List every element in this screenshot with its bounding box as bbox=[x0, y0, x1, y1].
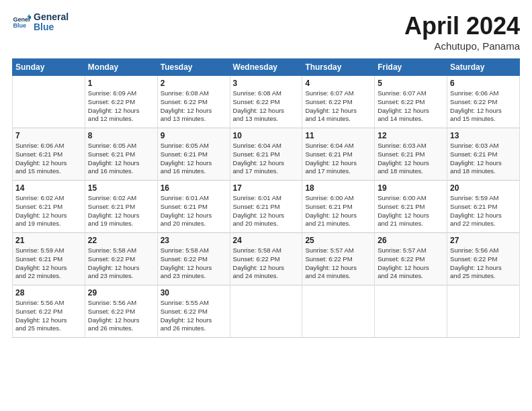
calendar-cell: 28Sunrise: 5:56 AMSunset: 6:22 PMDayligh… bbox=[13, 285, 85, 338]
day-info: Sunrise: 6:04 AMSunset: 6:21 PMDaylight:… bbox=[305, 142, 371, 176]
title-block: April 2024 Achutupo, Panama bbox=[404, 12, 520, 52]
day-number: 1 bbox=[88, 79, 154, 88]
calendar-cell: 16Sunrise: 6:01 AMSunset: 6:21 PMDayligh… bbox=[157, 181, 230, 233]
day-header-thursday: Thursday bbox=[302, 59, 375, 76]
day-info: Sunrise: 5:58 AMSunset: 6:22 PMDaylight:… bbox=[88, 246, 154, 281]
day-header-monday: Monday bbox=[85, 59, 157, 76]
day-info: Sunrise: 5:57 AMSunset: 6:22 PMDaylight:… bbox=[378, 246, 444, 281]
logo-blue: Blue bbox=[34, 22, 69, 32]
calendar-cell: 25Sunrise: 5:57 AMSunset: 6:22 PMDayligh… bbox=[302, 233, 375, 285]
day-info: Sunrise: 6:02 AMSunset: 6:21 PMDaylight:… bbox=[88, 194, 154, 228]
day-info: Sunrise: 6:02 AMSunset: 6:21 PMDaylight:… bbox=[15, 194, 82, 228]
day-header-friday: Friday bbox=[375, 59, 447, 76]
calendar-cell: 23Sunrise: 5:58 AMSunset: 6:22 PMDayligh… bbox=[157, 233, 230, 285]
month-title: April 2024 bbox=[404, 12, 520, 40]
calendar-cell bbox=[13, 76, 85, 128]
day-info: Sunrise: 5:58 AMSunset: 6:22 PMDaylight:… bbox=[161, 246, 227, 281]
day-number: 16 bbox=[161, 183, 227, 193]
day-info: Sunrise: 6:01 AMSunset: 6:21 PMDaylight:… bbox=[161, 194, 227, 228]
day-number: 5 bbox=[378, 79, 444, 88]
calendar-cell: 10Sunrise: 6:04 AMSunset: 6:21 PMDayligh… bbox=[230, 128, 302, 181]
calendar-cell: 9Sunrise: 6:05 AMSunset: 6:21 PMDaylight… bbox=[157, 128, 230, 181]
calendar-cell: 24Sunrise: 5:58 AMSunset: 6:22 PMDayligh… bbox=[230, 233, 302, 285]
day-number: 26 bbox=[378, 236, 444, 245]
calendar-cell: 30Sunrise: 5:55 AMSunset: 6:22 PMDayligh… bbox=[157, 285, 230, 338]
day-info: Sunrise: 6:08 AMSunset: 6:22 PMDaylight:… bbox=[161, 89, 227, 124]
day-info: Sunrise: 6:07 AMSunset: 6:22 PMDaylight:… bbox=[305, 89, 371, 124]
day-number: 21 bbox=[15, 236, 82, 245]
day-info: Sunrise: 6:06 AMSunset: 6:22 PMDaylight:… bbox=[450, 89, 517, 124]
calendar-cell: 8Sunrise: 6:05 AMSunset: 6:21 PMDaylight… bbox=[85, 128, 157, 181]
calendar-cell: 21Sunrise: 5:59 AMSunset: 6:21 PMDayligh… bbox=[13, 233, 85, 285]
calendar-cell: 13Sunrise: 6:03 AMSunset: 6:21 PMDayligh… bbox=[447, 128, 520, 181]
day-header-tuesday: Tuesday bbox=[157, 59, 230, 76]
day-number: 23 bbox=[161, 236, 227, 245]
day-number: 20 bbox=[450, 183, 517, 193]
page: General Blue General Blue April 2024 Ach… bbox=[0, 0, 532, 411]
calendar-week-1: 1Sunrise: 6:09 AMSunset: 6:22 PMDaylight… bbox=[13, 76, 520, 128]
day-info: Sunrise: 6:05 AMSunset: 6:21 PMDaylight:… bbox=[88, 142, 154, 176]
day-info: Sunrise: 5:55 AMSunset: 6:22 PMDaylight:… bbox=[161, 299, 227, 333]
day-info: Sunrise: 6:05 AMSunset: 6:21 PMDaylight:… bbox=[161, 142, 227, 176]
calendar-cell bbox=[375, 285, 447, 338]
day-info: Sunrise: 5:59 AMSunset: 6:21 PMDaylight:… bbox=[15, 246, 82, 281]
day-number: 30 bbox=[161, 288, 227, 298]
day-info: Sunrise: 5:59 AMSunset: 6:21 PMDaylight:… bbox=[450, 194, 517, 228]
calendar-cell: 11Sunrise: 6:04 AMSunset: 6:21 PMDayligh… bbox=[302, 128, 375, 181]
day-info: Sunrise: 5:58 AMSunset: 6:22 PMDaylight:… bbox=[233, 246, 300, 281]
calendar-cell: 19Sunrise: 6:00 AMSunset: 6:21 PMDayligh… bbox=[375, 181, 447, 233]
day-info: Sunrise: 6:08 AMSunset: 6:22 PMDaylight:… bbox=[233, 89, 300, 124]
calendar-cell: 18Sunrise: 6:00 AMSunset: 6:21 PMDayligh… bbox=[302, 181, 375, 233]
calendar-cell: 2Sunrise: 6:08 AMSunset: 6:22 PMDaylight… bbox=[157, 76, 230, 128]
calendar-cell bbox=[447, 285, 520, 338]
day-number: 9 bbox=[161, 131, 227, 140]
calendar-cell bbox=[230, 285, 302, 338]
calendar-table: SundayMondayTuesdayWednesdayThursdayFrid… bbox=[12, 58, 520, 338]
calendar-cell: 7Sunrise: 6:06 AMSunset: 6:21 PMDaylight… bbox=[13, 128, 85, 181]
calendar-cell: 12Sunrise: 6:03 AMSunset: 6:21 PMDayligh… bbox=[375, 128, 447, 181]
day-number: 28 bbox=[15, 288, 82, 298]
day-number: 4 bbox=[305, 79, 371, 88]
day-number: 18 bbox=[305, 183, 371, 193]
day-number: 17 bbox=[233, 183, 300, 193]
day-number: 2 bbox=[161, 79, 227, 88]
day-header-wednesday: Wednesday bbox=[230, 59, 302, 76]
day-info: Sunrise: 5:56 AMSunset: 6:22 PMDaylight:… bbox=[450, 246, 517, 281]
day-number: 12 bbox=[378, 131, 444, 140]
calendar-cell: 26Sunrise: 5:57 AMSunset: 6:22 PMDayligh… bbox=[375, 233, 447, 285]
calendar-cell: 15Sunrise: 6:02 AMSunset: 6:21 PMDayligh… bbox=[85, 181, 157, 233]
day-number: 19 bbox=[378, 183, 444, 193]
header-row: SundayMondayTuesdayWednesdayThursdayFrid… bbox=[13, 59, 520, 76]
day-number: 8 bbox=[88, 131, 154, 140]
calendar-cell: 3Sunrise: 6:08 AMSunset: 6:22 PMDaylight… bbox=[230, 76, 302, 128]
day-number: 10 bbox=[233, 131, 300, 140]
location-subtitle: Achutupo, Panama bbox=[404, 40, 520, 52]
day-info: Sunrise: 6:06 AMSunset: 6:21 PMDaylight:… bbox=[15, 142, 82, 176]
day-number: 11 bbox=[305, 131, 371, 140]
calendar-cell: 27Sunrise: 5:56 AMSunset: 6:22 PMDayligh… bbox=[447, 233, 520, 285]
day-header-sunday: Sunday bbox=[13, 59, 85, 76]
calendar-cell: 29Sunrise: 5:56 AMSunset: 6:22 PMDayligh… bbox=[85, 285, 157, 338]
day-number: 29 bbox=[88, 288, 154, 298]
day-info: Sunrise: 6:09 AMSunset: 6:22 PMDaylight:… bbox=[88, 89, 154, 124]
day-header-saturday: Saturday bbox=[447, 59, 520, 76]
calendar-week-4: 21Sunrise: 5:59 AMSunset: 6:21 PMDayligh… bbox=[13, 233, 520, 285]
calendar-cell: 4Sunrise: 6:07 AMSunset: 6:22 PMDaylight… bbox=[302, 76, 375, 128]
day-number: 25 bbox=[305, 236, 371, 245]
day-number: 3 bbox=[233, 79, 300, 88]
day-number: 6 bbox=[450, 79, 517, 88]
day-number: 13 bbox=[450, 131, 517, 140]
day-number: 27 bbox=[450, 236, 517, 245]
calendar-week-2: 7Sunrise: 6:06 AMSunset: 6:21 PMDaylight… bbox=[13, 128, 520, 181]
calendar-cell: 5Sunrise: 6:07 AMSunset: 6:22 PMDaylight… bbox=[375, 76, 447, 128]
calendar-cell: 14Sunrise: 6:02 AMSunset: 6:21 PMDayligh… bbox=[13, 181, 85, 233]
day-info: Sunrise: 6:03 AMSunset: 6:21 PMDaylight:… bbox=[378, 142, 444, 176]
header: General Blue General Blue April 2024 Ach… bbox=[12, 12, 520, 52]
day-number: 7 bbox=[15, 131, 82, 140]
calendar-cell: 6Sunrise: 6:06 AMSunset: 6:22 PMDaylight… bbox=[447, 76, 520, 128]
logo-icon: General Blue bbox=[12, 13, 31, 32]
svg-text:Blue: Blue bbox=[13, 23, 26, 30]
day-number: 22 bbox=[88, 236, 154, 245]
logo: General Blue General Blue bbox=[12, 12, 69, 33]
day-info: Sunrise: 6:00 AMSunset: 6:21 PMDaylight:… bbox=[305, 194, 371, 228]
